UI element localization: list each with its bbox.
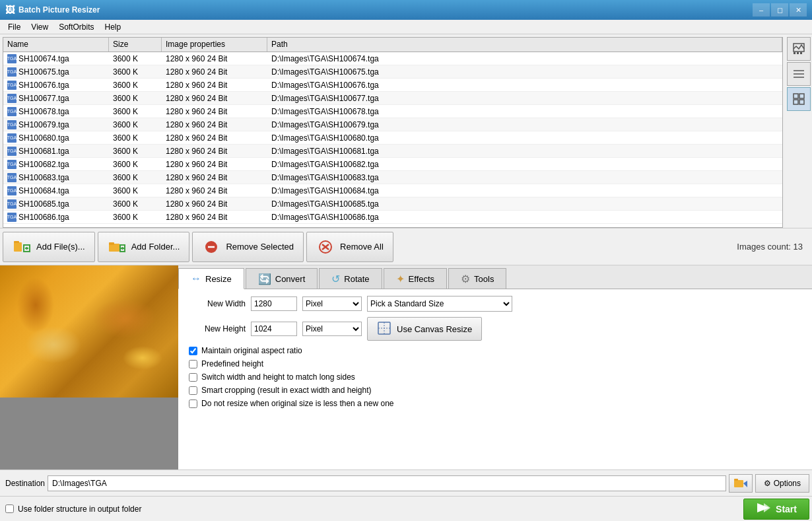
options-button[interactable]: ⚙ Options	[755, 474, 809, 493]
table-row[interactable]: TGA SH100676.tga 3600 K 1280 x 960 24 Bi…	[3, 79, 782, 92]
file-name-cell: TGA SH100684.tga	[3, 184, 109, 197]
destination-input[interactable]	[48, 475, 726, 491]
use-folder-checkbox[interactable]	[5, 504, 14, 513]
table-row[interactable]: TGA SH100683.tga 3600 K 1280 x 960 24 Bi…	[3, 171, 782, 184]
grid-view-button[interactable]	[787, 87, 811, 111]
file-props-cell: 1280 x 960 24 Bit	[162, 171, 267, 184]
tab-effects[interactable]: ✦ Effects	[384, 268, 448, 289]
remove-all-button[interactable]: Remove All	[306, 232, 393, 262]
toolbar: Add File(s)... Add Folder... Remove Sele…	[0, 228, 812, 265]
file-name-cell: TGA SH100674.tga	[3, 52, 109, 65]
file-size-cell: 3600 K	[109, 197, 162, 210]
table-row[interactable]: TGA SH100675.tga 3600 K 1280 x 960 24 Bi…	[3, 65, 782, 79]
file-props-cell: 1280 x 960 24 Bit	[162, 131, 267, 144]
table-row[interactable]: TGA SH100685.tga 3600 K 1280 x 960 24 Bi…	[3, 197, 782, 211]
minimize-button[interactable]: –	[753, 3, 770, 17]
predefined-height-checkbox[interactable]	[189, 360, 197, 368]
start-icon	[756, 502, 770, 516]
table-row[interactable]: TGA SH100674.tga 3600 K 1280 x 960 24 Bi…	[3, 52, 782, 65]
remove-selected-icon	[202, 238, 220, 256]
maintain-aspect-label: Maintain original aspect ratio	[201, 346, 302, 355]
table-row[interactable]: TGA SH100680.tga 3600 K 1280 x 960 24 Bi…	[3, 131, 782, 145]
height-unit-select[interactable]: Pixel Percent Cm Inch	[302, 322, 362, 336]
table-row[interactable]: TGA SH100682.tga 3600 K 1280 x 960 24 Bi…	[3, 158, 782, 171]
menu-view[interactable]: View	[26, 21, 53, 33]
list-view-button[interactable]	[787, 62, 811, 86]
start-button[interactable]: Start	[743, 499, 809, 520]
file-size-cell: 3600 K	[109, 105, 162, 118]
app-title: Batch Picture Resizer	[18, 5, 100, 15]
file-size-cell: 3600 K	[109, 158, 162, 170]
file-path-cell: D:\Images\TGA\SH100686.tga	[267, 211, 782, 223]
destination-browse-button[interactable]	[729, 474, 753, 493]
gear-icon: ⚙	[764, 479, 771, 488]
tab-convert[interactable]: 🔄 Convert	[246, 268, 318, 289]
switch-dimensions-label: Switch width and height to match long si…	[201, 372, 355, 382]
image-view-button[interactable]	[787, 37, 811, 61]
file-name-cell: TGA SH100676.tga	[3, 79, 109, 91]
file-icon: TGA	[7, 81, 17, 90]
file-size-cell: 3600 K	[109, 79, 162, 91]
height-input[interactable]	[251, 322, 297, 336]
use-canvas-resize-button[interactable]: Use Canvas Resize	[367, 317, 482, 341]
svg-rect-11	[14, 242, 22, 252]
width-label: New Width	[186, 299, 246, 308]
use-folder-label: Use folder structure in output folder	[18, 504, 141, 514]
do-not-resize-checkbox[interactable]	[189, 399, 197, 408]
close-button[interactable]: ✕	[790, 3, 807, 17]
file-name-cell: TGA SH100679.tga	[3, 118, 109, 131]
restore-button[interactable]: ◻	[771, 3, 788, 17]
table-row[interactable]: TGA SH100684.tga 3600 K 1280 x 960 24 Bi…	[3, 184, 782, 197]
col-header-name: Name	[3, 38, 109, 52]
width-input[interactable]	[251, 296, 297, 311]
svg-rect-29	[734, 480, 743, 487]
maintain-aspect-row: Maintain original aspect ratio	[189, 346, 804, 355]
bottom-section: ↔ Resize 🔄 Convert ↺ Rotate ✦ Effects ⚙	[0, 265, 812, 469]
smart-cropping-checkbox[interactable]	[189, 386, 197, 395]
table-row[interactable]: TGA SH100678.tga 3600 K 1280 x 960 24 Bi…	[3, 105, 782, 118]
menu-help[interactable]: Help	[100, 21, 127, 33]
file-path-cell: D:\Images\TGA\SH100685.tga	[267, 197, 782, 210]
file-icon: TGA	[7, 213, 17, 222]
file-icon: TGA	[7, 120, 17, 129]
file-icon: TGA	[7, 186, 17, 195]
options-label: Options	[774, 479, 801, 488]
file-name-cell: TGA SH100686.tga	[3, 211, 109, 223]
rotate-tab-label: Rotate	[344, 274, 369, 284]
maintain-aspect-checkbox[interactable]	[189, 347, 197, 355]
preview-panel	[0, 265, 178, 469]
resize-tab-icon: ↔	[191, 273, 201, 285]
remove-selected-button[interactable]: Remove Selected	[192, 232, 304, 262]
svg-rect-7	[794, 94, 798, 98]
file-name-cell: TGA SH100681.tga	[3, 145, 109, 157]
destination-label: Destination	[5, 479, 45, 488]
file-props-cell: 1280 x 960 24 Bit	[162, 211, 267, 223]
standard-size-select[interactable]: Pick a Standard Size 800x600 1024x768 12…	[367, 296, 512, 312]
table-row[interactable]: TGA SH100677.tga 3600 K 1280 x 960 24 Bi…	[3, 92, 782, 105]
file-path-cell: D:\Images\TGA\SH100678.tga	[267, 105, 782, 118]
svg-rect-30	[734, 479, 738, 481]
file-props-cell: 1280 x 960 24 Bit	[162, 158, 267, 170]
add-files-button[interactable]: Add File(s)...	[3, 232, 95, 262]
use-folder-row: Use folder structure in output folder	[3, 504, 743, 514]
svg-rect-12	[14, 241, 19, 243]
svg-rect-9	[794, 100, 798, 104]
menu-softorbits[interactable]: SoftOrbits	[53, 21, 99, 33]
width-unit-select[interactable]: Pixel Percent Cm Inch	[302, 296, 362, 311]
svg-rect-3	[800, 52, 802, 54]
tab-tools[interactable]: ⚙ Tools	[448, 268, 506, 289]
table-row[interactable]: TGA SH100681.tga 3600 K 1280 x 960 24 Bi…	[3, 145, 782, 158]
add-folder-button[interactable]: Add Folder...	[98, 232, 190, 262]
table-row[interactable]: TGA SH100686.tga 3600 K 1280 x 960 24 Bi…	[3, 211, 782, 224]
col-header-path: Path	[267, 38, 782, 52]
file-list-container: Name Size Image properties Path TGA SH10…	[3, 37, 783, 228]
main-content: Name Size Image properties Path TGA SH10…	[0, 34, 812, 521]
file-path-cell: D:\Images\TGA\SH100676.tga	[267, 79, 782, 91]
table-row[interactable]: TGA SH100679.tga 3600 K 1280 x 960 24 Bi…	[3, 118, 782, 131]
tab-resize[interactable]: ↔ Resize	[178, 268, 244, 289]
menu-file[interactable]: File	[3, 21, 26, 33]
file-name-cell: TGA SH100680.tga	[3, 131, 109, 144]
file-icon: TGA	[7, 94, 17, 103]
switch-dimensions-checkbox[interactable]	[189, 373, 197, 382]
tab-rotate[interactable]: ↺ Rotate	[319, 268, 382, 289]
